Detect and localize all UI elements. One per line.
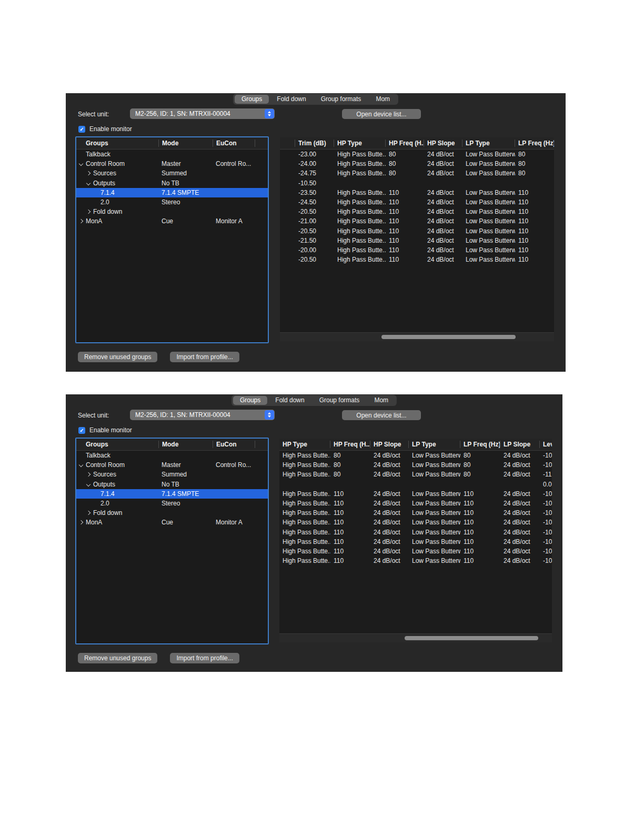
table-cell: 24 dB/oct xyxy=(500,509,540,517)
table-row[interactable]: High Pass Butte...11024 dB/octLow Pass B… xyxy=(279,556,552,565)
table-row[interactable]: High Pass Butte...11024 dB/octLow Pass B… xyxy=(279,499,552,508)
tree-row[interactable]: 7.1.47.1.4 SMPTE xyxy=(76,188,268,197)
table-row[interactable]: -10.50 xyxy=(280,178,554,188)
table-row[interactable]: -24.50High Pass Butte...11024 dB/octLow … xyxy=(280,197,554,207)
unit-select-dropdown[interactable]: M2-256, ID: 1, SN: MTRXII-00004 xyxy=(130,108,275,119)
tree-row[interactable]: MonACueMonitor A xyxy=(76,216,268,226)
table-cell: 110 xyxy=(386,198,424,206)
table-row[interactable]: -21.00High Pass Butte...11024 dB/octLow … xyxy=(280,216,554,226)
tab-bar: GroupsFold downGroup formatsMom xyxy=(233,94,398,105)
groups-tree-table: GroupsModeEuCon TalkbackControl RoomMast… xyxy=(75,438,269,644)
enable-monitor-checkbox[interactable]: ✓ xyxy=(78,126,85,133)
table-row[interactable]: High Pass Butte...11024 dB/octLow Pass B… xyxy=(279,518,552,527)
tree-row[interactable]: Talkback xyxy=(76,451,268,460)
unit-select-dropdown[interactable]: M2-256, ID: 1, SN: MTRXII-00004 xyxy=(130,410,275,420)
table-row[interactable]: -20.50High Pass Butte...11024 dB/octLow … xyxy=(280,207,554,216)
scrollbar-thumb[interactable] xyxy=(405,636,538,640)
table-cell: 110 xyxy=(330,529,370,536)
table-row[interactable]: High Pass Butte...8024 dB/octLow Pass Bu… xyxy=(279,451,552,460)
open-device-list-button[interactable]: Open device list... xyxy=(342,109,421,119)
monitor-settings-panel: GroupsFold downGroup formatsMom Select u… xyxy=(66,93,566,372)
table-cell: 110 xyxy=(386,227,424,235)
tree-row[interactable]: Fold down xyxy=(76,207,268,216)
tab-fold-down[interactable]: Fold down xyxy=(268,396,311,405)
unit-select-value: M2-256, ID: 1, SN: MTRXII-00004 xyxy=(130,411,265,419)
table-row[interactable]: -24.00High Pass Butte...8024 dB/octLow P… xyxy=(280,159,554,168)
mode-cell: Cue xyxy=(159,519,213,526)
tree-row[interactable]: MonACueMonitor A xyxy=(76,518,268,527)
table-row[interactable]: -23.00High Pass Butte...8024 dB/octLow P… xyxy=(280,150,554,159)
eucon-cell: Monitor A xyxy=(213,519,255,526)
scrollbar-thumb[interactable] xyxy=(381,335,516,339)
table-row[interactable]: High Pass Butte...11024 dB/octLow Pass B… xyxy=(279,528,552,537)
table-row[interactable]: High Pass Butte...11024 dB/octLow Pass B… xyxy=(279,537,552,547)
open-device-list-button[interactable]: Open device list... xyxy=(342,410,421,420)
tree-row[interactable]: SourcesSummed xyxy=(76,470,268,479)
tree-row[interactable]: Fold down xyxy=(76,508,268,518)
horizontal-scrollbar[interactable] xyxy=(279,633,552,642)
tree-row[interactable]: 2.0Stereo xyxy=(76,499,268,508)
enable-monitor-checkbox[interactable]: ✓ xyxy=(78,427,85,434)
group-cell: 7.1.4 xyxy=(76,490,159,498)
tab-groups[interactable]: Groups xyxy=(235,95,269,104)
tree-row[interactable]: Control RoomMasterControl Ro... xyxy=(76,159,268,168)
table-row[interactable]: High Pass Butte...8024 dB/octLow Pass Bu… xyxy=(279,470,552,479)
import-from-profile-button[interactable]: Import from profile... xyxy=(170,352,239,362)
mode-cell: Master xyxy=(159,461,213,469)
eucon-cell: Control Ro... xyxy=(213,160,255,167)
tree-row[interactable]: SourcesSummed xyxy=(76,168,268,178)
table-cell: 24 dB/oct xyxy=(370,529,409,536)
table-cell: 110 xyxy=(460,519,500,526)
horizontal-scrollbar[interactable] xyxy=(280,332,554,341)
table-cell: High Pass Butte... xyxy=(334,237,386,244)
group-cell: Talkback xyxy=(76,151,159,158)
remove-unused-groups-button[interactable]: Remove unused groups xyxy=(78,653,157,663)
tree-row[interactable]: OutputsNo TB xyxy=(76,480,268,489)
table-row[interactable]: -24.75High Pass Butte...8024 dB/octLow P… xyxy=(280,168,554,178)
table-row[interactable]: 0.00 xyxy=(279,480,552,489)
table-cell: 24 dB/oct xyxy=(500,529,540,536)
table-row[interactable]: -20.50High Pass Butte...11024 dB/octLow … xyxy=(280,255,554,264)
table-row[interactable]: -23.50High Pass Butte...11024 dB/octLow … xyxy=(280,188,554,197)
table-row[interactable]: -21.50High Pass Butte...11024 dB/octLow … xyxy=(280,236,554,245)
table-cell: 80 xyxy=(515,170,554,177)
table-cell: 110 xyxy=(515,237,554,244)
table-column-header: HP Slope xyxy=(424,140,462,147)
import-from-profile-button[interactable]: Import from profile... xyxy=(170,653,239,663)
table-cell: -20.50 xyxy=(295,227,334,235)
table-cell: 110 xyxy=(460,490,500,498)
tree-row[interactable]: Control RoomMasterControl Ro... xyxy=(76,460,268,470)
table-column-header: Leve xyxy=(540,441,552,448)
table-cell: 24 dB/oct xyxy=(370,509,409,517)
table-cell: 24 dB/oct xyxy=(424,256,462,263)
table-row[interactable]: -20.00High Pass Butte...11024 dB/octLow … xyxy=(280,245,554,255)
tree-column-header: EuCon xyxy=(213,441,255,448)
tree-row[interactable]: 2.0Stereo xyxy=(76,197,268,207)
remove-unused-groups-button[interactable]: Remove unused groups xyxy=(78,352,157,362)
tab-mom[interactable]: Mom xyxy=(369,95,397,104)
table-cell: 80 xyxy=(330,461,370,469)
table-cell: -23.50 xyxy=(295,189,334,196)
table-cell: 24 dB/oct xyxy=(500,452,540,459)
enable-monitor-label: Enable monitor xyxy=(89,125,132,133)
table-row[interactable]: High Pass Butte...11024 dB/octLow Pass B… xyxy=(279,489,552,499)
tab-groups[interactable]: Groups xyxy=(233,396,267,405)
tree-row[interactable]: 7.1.47.1.4 SMPTE xyxy=(76,489,268,499)
table-cell: -21.00 xyxy=(295,217,334,225)
table-column-header: HP Freq (H... xyxy=(330,441,370,448)
mode-cell: 7.1.4 SMPTE xyxy=(159,490,213,498)
table-body: High Pass Butte...8024 dB/octLow Pass Bu… xyxy=(279,451,552,565)
table-row[interactable]: High Pass Butte...11024 dB/octLow Pass B… xyxy=(279,547,552,556)
table-row[interactable]: High Pass Butte...8024 dB/octLow Pass Bu… xyxy=(279,460,552,470)
tab-fold-down[interactable]: Fold down xyxy=(270,95,313,104)
eucon-cell: Monitor A xyxy=(213,217,255,225)
table-column-header xyxy=(280,140,295,147)
table-cell: Low Pass Butterw. xyxy=(409,529,460,536)
table-row[interactable]: High Pass Butte...11024 dB/octLow Pass B… xyxy=(279,508,552,518)
tab-group-formats[interactable]: Group formats xyxy=(313,396,367,405)
tab-group-formats[interactable]: Group formats xyxy=(314,95,368,104)
tree-row[interactable]: Talkback xyxy=(76,150,268,159)
table-row[interactable]: -20.50High Pass Butte...11024 dB/octLow … xyxy=(280,226,554,236)
tab-mom[interactable]: Mom xyxy=(367,396,395,405)
tree-row[interactable]: OutputsNo TB xyxy=(76,178,268,188)
